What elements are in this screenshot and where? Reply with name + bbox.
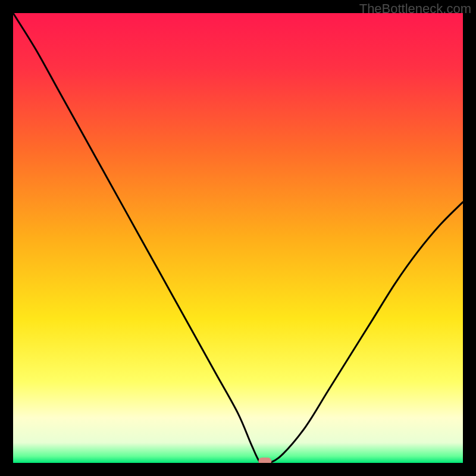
chart-svg [13,13,463,463]
watermark-text: TheBottleneck.com [359,1,471,17]
chart-background [13,13,463,463]
chart-frame [13,13,463,463]
optimal-marker [258,458,271,463]
